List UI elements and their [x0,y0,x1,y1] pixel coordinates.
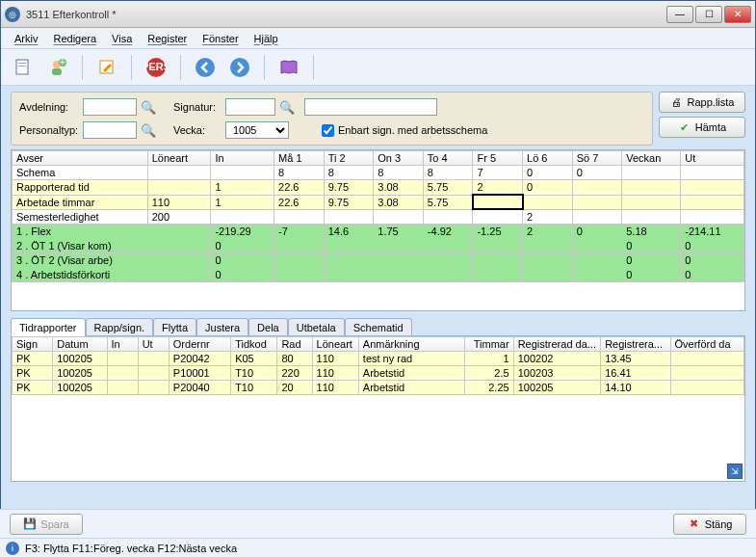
grid1-header[interactable]: On 3 [374,151,424,166]
report-grid[interactable]: SignDatumInUtOrdernrTidkodRadLöneartAnmä… [11,335,745,482]
svg-point-11 [230,58,249,77]
grid1-header[interactable]: In [211,151,274,166]
svg-rect-0 [16,60,28,74]
grid2-header[interactable]: Löneart [312,337,358,352]
signatur-label: Signatur: [173,101,222,113]
rapplista-button[interactable]: 🖨 Rapp.lista [659,92,745,113]
table-row[interactable]: Arbetade timmar110122.69.753.085.75 [13,195,744,209]
rapplista-label: Rapp.lista [688,96,735,108]
hamta-button[interactable]: ✔ Hämta [659,117,745,138]
grid1-header[interactable]: Ti 2 [324,151,374,166]
edit-icon[interactable] [94,55,119,80]
grid2-header[interactable]: Ut [138,337,169,352]
spara-label: Spara [40,518,68,530]
signatur-input[interactable] [225,98,275,116]
svg-text:+: + [60,58,65,67]
grid1-header[interactable]: Löneart [147,151,211,166]
table-row[interactable]: 4 . Arbetstidsförkorti000 [13,267,744,281]
tab-bar: TidrapporterRapp/sign.FlyttaJusteraDelaU… [11,317,745,335]
grid2-header[interactable]: Timmar [465,337,513,352]
pers-icon[interactable]: PERS [143,55,169,80]
grid2-header[interactable]: Ordernr [169,337,230,352]
personaltyp-input[interactable] [83,121,137,139]
search-icon[interactable]: 🔍 [141,123,156,138]
vecka-label: Vecka: [173,124,222,136]
menu-fönster[interactable]: Fönster [196,31,244,46]
grid2-header[interactable]: Anmärkning [358,337,465,352]
search-icon[interactable]: 🔍 [279,100,295,115]
printer-icon: 🖨 [670,95,684,109]
signatur-name-input[interactable] [304,98,437,116]
grid1-header[interactable]: Sö 7 [572,151,622,166]
titlebar: ◎ 3511 Efterkontroll * — ☐ ✕ [1,1,755,28]
forward-icon[interactable] [227,55,252,80]
grid2-header[interactable]: Tidkod [231,337,277,352]
table-row[interactable]: Rapporterad tid122.69.753.085.7520 [13,180,744,196]
grid1-header[interactable]: Lö 6 [523,151,573,166]
stang-label: Stäng [705,518,733,530]
grid1-header[interactable]: To 4 [423,151,473,166]
grid2-header[interactable]: Sign [13,337,53,352]
grid1-header[interactable]: Avser [13,151,148,166]
info-icon: i [6,542,19,555]
status-text: F3: Flytta F11:Föreg. vecka F12:Nästa ve… [25,543,237,554]
status-bar: i F3: Flytta F11:Föreg. vecka F12:Nästa … [0,538,756,557]
enbart-sign-label: Enbart sign. med arbetsschema [338,124,487,136]
menu-register[interactable]: Register [142,31,193,46]
grid2-header[interactable]: Överförd da [670,337,744,352]
menu-hjälp[interactable]: Hjälp [248,31,284,46]
minimize-button[interactable]: — [666,6,693,23]
svg-rect-4 [52,68,62,75]
spara-button[interactable]: 💾 Spara [10,514,83,535]
add-user-icon[interactable]: + [45,55,70,80]
grid1-header[interactable]: Må 1 [274,151,325,166]
app-icon: ◎ [5,7,20,22]
table-row[interactable]: 2 . ÖT 1 (Visar kom)000 [13,238,744,252]
book-icon[interactable] [276,55,301,80]
grid1-header[interactable]: Ut [681,151,744,166]
table-row[interactable]: PK100205P20040T1020110Arbetstid2.2510020… [13,381,744,395]
back-icon[interactable] [193,55,218,80]
table-row[interactable]: PK100205P20042K0580110test ny rad1100202… [13,352,744,366]
svg-point-10 [196,58,215,77]
toolbar: + PERS [1,49,755,86]
maximize-button[interactable]: ☐ [695,6,722,23]
restore-icon[interactable]: ⇲ [727,464,743,479]
table-row[interactable]: 3 . ÖT 2 (Visar arbe)000 [13,252,744,267]
personaltyp-label: Personaltyp: [19,124,79,136]
window-title: 3511 Efterkontroll * [26,9,666,20]
table-row[interactable]: Schema8888700 [13,166,744,180]
avdelning-input[interactable] [83,98,137,116]
tab-dela[interactable]: Dela [248,318,288,336]
grid2-header[interactable]: Datum [53,337,107,352]
bottom-bar: 💾 Spara ✖ Stäng [0,509,756,538]
check-icon: ✔ [678,120,691,134]
enbart-sign-checkbox[interactable] [322,124,334,137]
tab-schematid[interactable]: Schematid [345,318,412,336]
close-button[interactable]: ✕ [724,6,751,23]
tab-flytta[interactable]: Flytta [153,318,196,336]
table-row[interactable]: Semesterledighet2002 [13,209,744,224]
grid2-header[interactable]: Rad [277,337,312,352]
vecka-select[interactable]: 1005 [225,121,289,139]
stang-button[interactable]: ✖ Stäng [673,514,746,535]
search-icon[interactable]: 🔍 [141,100,156,115]
save-icon: 💾 [23,517,37,531]
menu-redigera[interactable]: Redigera [47,31,102,46]
tab-tidrapporter[interactable]: Tidrapporter [11,318,86,336]
menu-visa[interactable]: Visa [106,31,138,46]
grid1-header[interactable]: Fr 5 [473,151,523,166]
grid2-header[interactable]: Registrerad da... [513,337,600,352]
tab-utbetala[interactable]: Utbetala [288,318,345,336]
avdelning-label: Avdelning: [19,101,79,113]
table-row[interactable]: 1 . Flex-219.29-714.61.75-4.92-1.25205.1… [13,224,744,238]
tab-rappsign[interactable]: Rapp/sign. [86,318,154,336]
menu-arkiv[interactable]: Arkiv [9,31,43,46]
time-grid[interactable]: AvserLöneartInMå 1Ti 2On 3To 4Fr 5Lö 6Sö… [11,149,745,311]
table-row[interactable]: PK100205P10001T10220110Arbetstid2.510020… [13,366,744,381]
new-doc-icon[interactable] [11,55,36,80]
grid2-header[interactable]: Registrera... [601,337,670,352]
tab-justera[interactable]: Justera [196,318,248,336]
grid2-header[interactable]: In [107,337,138,352]
grid1-header[interactable]: Veckan [622,151,681,166]
